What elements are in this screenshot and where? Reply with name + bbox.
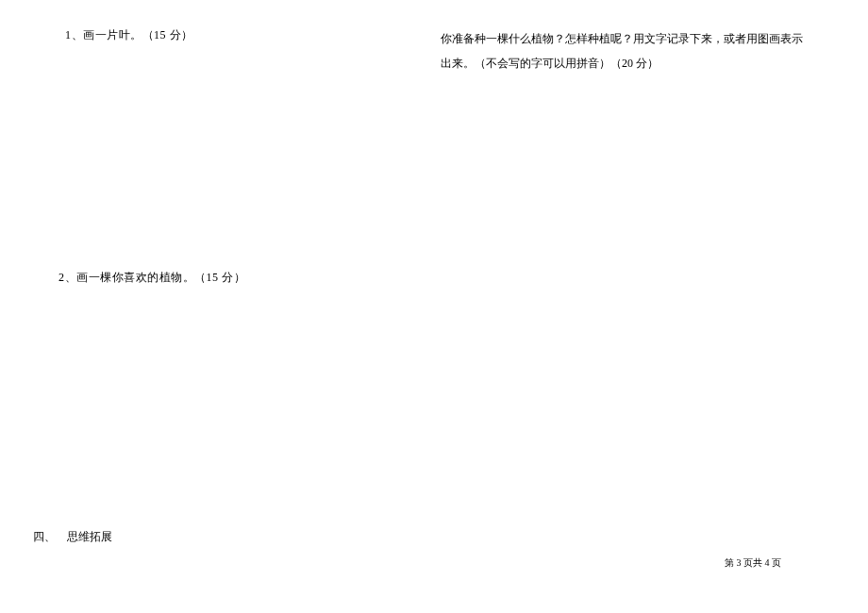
- right-column-question-text: 你准备种一棵什么植物？怎样种植呢？用文字记录下来，或者用图画表示出来。（不会写的…: [441, 32, 803, 70]
- section-4-title: 思维拓展: [67, 530, 112, 543]
- page-footer: 第 3 页共 4 页: [725, 556, 781, 570]
- question-1: 1、画一片叶。（15 分）: [65, 27, 193, 43]
- question-2-text: 2、画一棵你喜欢的植物。（15 分）: [58, 271, 245, 284]
- section-4-number: 四、: [33, 530, 56, 543]
- worksheet-page: 1、画一片叶。（15 分） 2、画一棵你喜欢的植物。（15 分） 四、 思维拓展…: [0, 0, 868, 613]
- section-4-heading: 四、 思维拓展: [33, 529, 112, 545]
- question-2: 2、画一棵你喜欢的植物。（15 分）: [58, 270, 245, 286]
- page-number-info: 第 3 页共 4 页: [725, 557, 781, 568]
- question-1-text: 1、画一片叶。（15 分）: [65, 28, 193, 41]
- right-column-question: 你准备种一棵什么植物？怎样种植呢？用文字记录下来，或者用图画表示出来。（不会写的…: [441, 26, 813, 76]
